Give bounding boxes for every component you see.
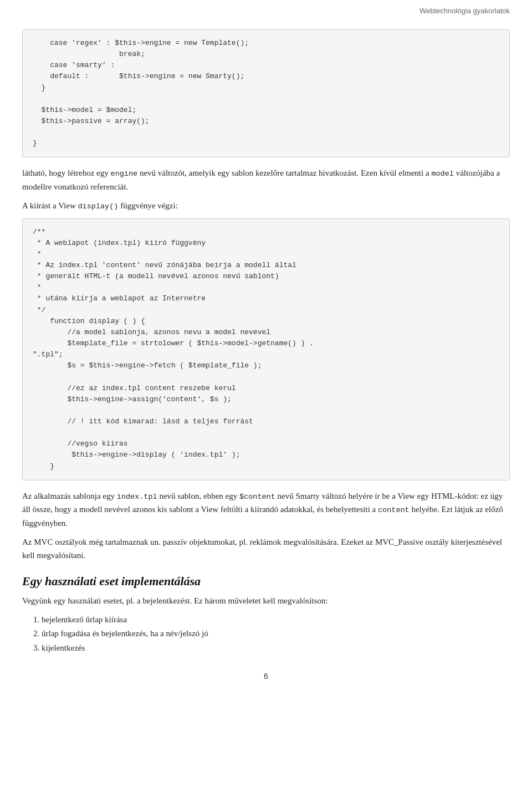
inline-code-display: display() [78, 202, 118, 211]
paragraph-3: Az alkalmazás sablonja egy index.tpl nev… [22, 489, 510, 530]
list-item: 3. kijelentkezés [33, 641, 510, 656]
page-content: case 'regex' : $this->engine = new Templ… [0, 18, 532, 703]
paragraph-1: látható, hogy létrehoz egy engine nevű v… [22, 166, 510, 193]
section-heading: Egy használati eset implementálása [22, 574, 510, 589]
inline-code-index-tpl: index.tpl [117, 493, 157, 501]
header-title: Webtechnológia gyakorlatok [420, 7, 510, 15]
inline-code-content: content [378, 506, 410, 514]
page-header: Webtechnológia gyakorlatok [0, 0, 532, 18]
paragraph-4: Az MVC osztályok még tartalmaznak un. pa… [22, 535, 510, 562]
page-number: 6 [22, 672, 510, 681]
paragraph-2: A kiírást a View display() függvénye vég… [22, 199, 510, 213]
code-block-2: /** * A weblapot (index.tpl) kiíró függv… [22, 218, 510, 480]
list-item: 1. bejelentkező űrlap kiírása [33, 613, 510, 627]
code-block-1: case 'regex' : $this->engine = new Templ… [22, 29, 510, 157]
paragraph-5: Vegyünk egy használati esetet, pl. a bej… [22, 594, 510, 607]
inline-code-content-var: $content [239, 493, 275, 501]
inline-code-engine: engine [111, 170, 138, 178]
list-item: 2. űrlap fogadása és bejelentkezés, ha a… [33, 627, 510, 641]
inline-code-model: model [431, 170, 454, 178]
use-case-list: 1. bejelentkező űrlap kiírása 2. űrlap f… [33, 613, 510, 656]
